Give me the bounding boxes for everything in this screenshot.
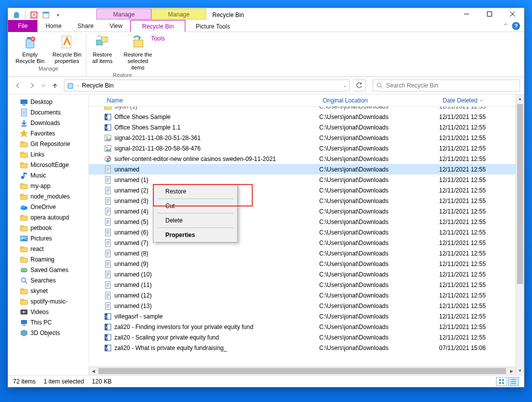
tab-home[interactable]: Home [37, 20, 69, 32]
tab-recycle-bin-tools[interactable]: Recycle Bin Tools [130, 20, 185, 32]
back-button[interactable] [12, 80, 24, 92]
tree-item[interactable]: Favorites [8, 128, 88, 138]
column-name[interactable]: Name [104, 97, 320, 104]
file-date-deleted: 12/11/2021 12:55 [439, 124, 524, 131]
horizontal-scrollbar[interactable]: ◀ ▶ [89, 366, 516, 375]
file-row[interactable]: signal-2021-11-08-20-51-28-361C:\Users\j… [89, 132, 524, 143]
scroll-thumb-h[interactable] [98, 368, 506, 374]
context-properties[interactable]: Properties [154, 229, 236, 241]
tree-item[interactable]: Documents [8, 107, 88, 118]
svg-rect-34 [20, 152, 23, 154]
scroll-thumb[interactable] [517, 104, 523, 284]
tree-item[interactable]: opera autoupd [8, 212, 88, 222]
context-restore[interactable]: Restore [154, 186, 236, 198]
navigation-tree[interactable]: DesktopDocumentsDownloadsFavoritesGit Re… [8, 94, 89, 375]
search-box[interactable]: Search Recycle Bin [373, 80, 520, 92]
close-button[interactable] [501, 6, 524, 22]
file-original-location: C:\Users\jonat\Downloads [319, 145, 439, 152]
recent-dropdown-button[interactable] [40, 80, 47, 92]
column-date-deleted[interactable]: Date Deleted ⌄ [440, 97, 524, 104]
tree-item[interactable]: Links [8, 149, 88, 160]
address-dropdown-icon[interactable]: ⌄ [343, 83, 347, 88]
address-bar[interactable]: › Recycle Bin ⌄ [64, 80, 350, 92]
qat-dropdown-icon[interactable]: ▾ [53, 10, 62, 20]
svg-rect-1 [15, 12, 18, 13]
tab-share[interactable]: Share [69, 20, 101, 32]
file-row[interactable]: unnamed (11)C:\Users\jonat\Downloads12/1… [89, 280, 524, 290]
tree-item[interactable]: my-app [8, 180, 88, 191]
file-row[interactable]: Jiyun (1)C:\Users\jonat\Downloads12/11/2… [89, 106, 524, 112]
tree-item[interactable]: Saved Games [8, 264, 88, 275]
file-row[interactable]: surfer-content-editor-new online casinos… [89, 154, 524, 164]
tree-item[interactable]: Downloads [8, 118, 88, 128]
tree-item[interactable]: This PC [8, 317, 88, 328]
tree-item[interactable]: Music [8, 170, 88, 180]
tree-item[interactable]: MicrosoftEdge [8, 160, 88, 170]
file-row[interactable]: unnamed (10)C:\Users\jonat\Downloads12/1… [89, 269, 524, 280]
context-delete[interactable]: Delete [154, 214, 236, 226]
file-row[interactable]: Wzali20 - Finding investors for your pri… [89, 322, 524, 332]
file-date-deleted: 12/11/2021 12:55 [439, 240, 524, 246]
tree-item[interactable]: Videos [8, 306, 88, 317]
file-name: zali20 - What is private equity fundrais… [114, 344, 319, 352]
tree-item[interactable]: Desktop [8, 96, 88, 107]
empty-recycle-bin-button[interactable]: Empty Recycle Bin [14, 34, 46, 64]
file-row[interactable]: unnamed (1)C:\Users\jonat\Downloads12/11… [89, 174, 524, 185]
file-row[interactable]: WOffice Shoes Sample 1.1C:\Users\jonat\D… [89, 122, 524, 132]
file-row[interactable]: unnamed (13)C:\Users\jonat\Downloads12/1… [89, 300, 524, 311]
file-row[interactable]: Wzali20 - Scaling your private equity fu… [89, 332, 524, 342]
tree-item[interactable]: spotify-music- [8, 296, 88, 306]
tree-item-label: Links [30, 151, 44, 158]
collapse-ribbon-icon[interactable]: ⌃ [503, 22, 508, 30]
help-icon[interactable]: ? [512, 22, 520, 30]
view-details-button[interactable] [508, 377, 519, 386]
address-path[interactable]: Recycle Bin [82, 82, 113, 89]
scroll-down-button[interactable]: ▼ [516, 366, 524, 375]
tab-picture-tools[interactable]: Picture Tools [185, 20, 240, 32]
tree-item[interactable]: Searches [8, 275, 88, 286]
chevron-right-icon[interactable]: › [77, 83, 79, 88]
file-row[interactable]: Wzali20 - What is private equity fundrai… [89, 342, 524, 353]
restore-selected-button[interactable]: Restore the selected items [120, 34, 155, 71]
file-row[interactable]: Wvillegasrf - sampleC:\Users\jonat\Downl… [89, 311, 524, 322]
view-large-icons-button[interactable] [496, 377, 507, 386]
context-tab-manage-2[interactable]: Manage [151, 8, 206, 20]
recycle-bin-properties-button[interactable]: Recycle Bin properties [51, 34, 83, 64]
context-cut[interactable]: Cut [154, 200, 236, 212]
tree-item[interactable]: petbook [8, 222, 88, 233]
scroll-right-button[interactable]: ▶ [507, 367, 516, 375]
forward-button[interactable] [26, 80, 38, 92]
file-row[interactable]: unnamed (8)C:\Users\jonat\Downloads12/11… [89, 248, 524, 258]
scroll-left-button[interactable]: ◀ [89, 367, 97, 375]
tree-item[interactable]: react [8, 244, 88, 254]
vertical-scrollbar[interactable]: ▲ ▼ [516, 94, 524, 375]
file-row[interactable]: signal-2021-11-08-20-58-58-476C:\Users\j… [89, 143, 524, 154]
refresh-button[interactable] [353, 80, 366, 92]
maximize-button[interactable] [478, 6, 501, 22]
file-row[interactable]: unnamed (9)C:\Users\jonat\Downloads12/11… [89, 258, 524, 269]
minimize-button[interactable] [455, 6, 478, 22]
file-row[interactable]: unnamedC:\Users\jonat\Downloads12/11/202… [89, 164, 524, 174]
properties-icon[interactable] [29, 10, 38, 20]
tree-item[interactable]: Git Repositorie [8, 138, 88, 149]
text-icon [104, 250, 112, 258]
column-original-location[interactable]: Original Location [320, 97, 440, 104]
tab-view[interactable]: View [101, 20, 130, 32]
tab-file[interactable]: File [8, 20, 37, 32]
restore-all-button[interactable]: Restore all items [89, 34, 115, 71]
file-original-location: C:\Users\jonat\Downloads [319, 218, 439, 226]
scroll-up-button[interactable]: ▲ [516, 94, 524, 103]
up-button[interactable] [49, 80, 61, 92]
tree-item[interactable]: 3D Objects [8, 328, 88, 338]
file-date-deleted: 12/11/2021 12:55 [439, 260, 524, 268]
context-tab-manage-1[interactable]: Manage [96, 8, 151, 20]
tree-item[interactable]: Pictures [8, 233, 88, 244]
tree-item[interactable]: node_modules [8, 191, 88, 202]
file-row[interactable]: unnamed (12)C:\Users\jonat\Downloads12/1… [89, 290, 524, 300]
file-date-deleted: 12/11/2021 12:55 [439, 187, 524, 194]
file-row[interactable]: WOffice Shoes SampleC:\Users\jonat\Downl… [89, 112, 524, 122]
tree-item[interactable]: skynet [8, 286, 88, 296]
qat-item-icon[interactable] [41, 10, 50, 20]
tree-item[interactable]: OneDrive [8, 202, 88, 212]
tree-item[interactable]: Roaming [8, 254, 88, 264]
